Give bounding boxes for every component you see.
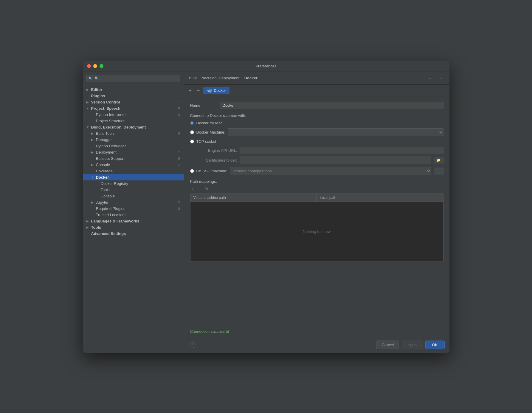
cancel-button[interactable]: Cancel <box>376 341 399 349</box>
form-area: Name: Connect to Docker daemon with: Doc… <box>184 97 449 326</box>
sidebar-item-editor[interactable]: ▶ Editor <box>83 86 184 93</box>
sidebar-label-vc: Version Control <box>91 100 120 104</box>
nav-forward-button[interactable]: → <box>436 75 445 81</box>
sidebar-label-project-structure: Project Structure <box>96 119 125 123</box>
apply-button[interactable]: Apply <box>402 341 423 349</box>
ok-button[interactable]: OK <box>425 341 445 349</box>
engine-api-label: Engine API URL: <box>198 148 237 153</box>
docker-entry-docker[interactable]: 🐳 Docker <box>203 87 229 94</box>
panel-navigation: ← → <box>426 75 445 81</box>
sidebar-item-trusted-locations[interactable]: Trusted Locations <box>83 212 184 218</box>
radio-tcp-socket[interactable] <box>190 140 194 143</box>
sync-icon-deploy: ☰ <box>178 151 180 154</box>
sidebar-item-languages[interactable]: ▶ Languages & Frameworks <box>83 218 184 224</box>
sidebar-label-project: Project: Speech <box>91 106 120 111</box>
sync-icon-rp: ☰ <box>178 207 180 210</box>
remove-docker-button[interactable]: − <box>195 87 201 94</box>
tree-arrow-project: ▼ <box>86 107 90 110</box>
docker-entry-icon: 🐳 <box>207 88 212 93</box>
sidebar-label-console: Console <box>96 163 110 167</box>
maximize-button[interactable] <box>100 64 103 68</box>
close-button[interactable] <box>87 64 91 68</box>
sidebar-search-container: 🔍 <box>83 72 184 85</box>
sidebar-label-buildout: Buildout Support <box>96 156 125 161</box>
cert-folder-browse-button[interactable]: 📁 <box>434 157 443 163</box>
sidebar-item-tools-top[interactable]: ▶ Tools <box>83 224 184 231</box>
panel-header: Build, Execution, Deployment › Docker ← … <box>184 72 449 85</box>
tree-arrow-editor: ▶ <box>86 88 90 91</box>
radio-label-docker-mac[interactable]: Docker for Mac <box>196 121 223 125</box>
breadcrumb: Build, Execution, Deployment › Docker <box>189 76 258 80</box>
sidebar-label-tools-top: Tools <box>91 225 101 230</box>
path-mappings-title: Path mappings: <box>190 179 443 184</box>
docker-entries-list: 🐳 Docker <box>203 87 446 94</box>
radio-label-docker-machine[interactable]: Docker Machine: <box>196 130 226 134</box>
path-add-button[interactable]: + <box>190 186 196 192</box>
sidebar-item-debugger[interactable]: ▶ Debugger <box>83 137 184 143</box>
sidebar-item-docker-registry[interactable]: Docker Registry <box>83 180 184 187</box>
cert-folder-input[interactable] <box>240 157 431 164</box>
connection-status: Connection successful <box>184 326 449 337</box>
radio-ssh-machine[interactable] <box>190 169 194 173</box>
sidebar-item-required-plugins[interactable]: Required Plugins ☰ <box>83 205 184 212</box>
name-label: Name: <box>190 103 220 108</box>
sidebar-item-docker-tools[interactable]: Tools <box>83 187 184 193</box>
sync-icon-console: ☰ <box>178 163 180 166</box>
engine-api-input[interactable] <box>240 147 443 154</box>
preferences-window: Preferences 🔍 ▶ Editor Plugins <box>83 61 449 353</box>
docker-machine-control <box>228 128 443 136</box>
sidebar-item-plugins[interactable]: Plugins ☰ <box>83 93 184 99</box>
right-panel: Build, Execution, Deployment › Docker ← … <box>184 72 449 353</box>
sidebar-item-python-debugger[interactable]: Python Debugger ☰ <box>83 143 184 149</box>
minimize-button[interactable] <box>93 64 97 68</box>
sidebar-item-build-tools[interactable]: ▶ Build Tools ☰ <box>83 130 184 137</box>
sidebar-label-python-interpreter: Python Interpreter <box>96 112 127 117</box>
sidebar-item-console[interactable]: ▶ Console ☰ <box>83 162 184 168</box>
tree-arrow-debugger: ▶ <box>91 138 95 141</box>
radio-item-docker-mac: Docker for Mac <box>190 121 443 125</box>
cert-folder-label: Certificates folder: <box>198 158 237 163</box>
sidebar-label-editor: Editor <box>91 87 103 92</box>
path-edit-button[interactable]: ✎ <box>204 186 210 192</box>
add-docker-button[interactable]: + <box>187 87 193 94</box>
sidebar: 🔍 ▶ Editor Plugins ☰ ▶ <box>83 72 184 353</box>
sync-icon-coverage: ☰ <box>178 169 180 173</box>
sidebar-item-build-exec-deploy[interactable]: ▼ Build, Execution, Deployment <box>83 124 184 130</box>
path-remove-button[interactable]: − <box>197 186 202 192</box>
sidebar-item-coverage[interactable]: Coverage ☰ <box>83 168 184 174</box>
titlebar: Preferences <box>83 61 449 72</box>
sidebar-label-docker-registry: Docker Registry <box>101 181 128 186</box>
sidebar-item-project-structure[interactable]: Project Structure ☰ <box>83 118 184 124</box>
sidebar-label-advanced: Advanced Settings <box>91 231 126 236</box>
name-row: Name: <box>190 102 443 109</box>
sidebar-label-trusted-locations: Trusted Locations <box>96 213 127 217</box>
sidebar-label-required-plugins: Required Plugins <box>96 206 125 211</box>
sidebar-item-docker[interactable]: ▼ Docker <box>83 174 184 180</box>
sidebar-item-jupyter[interactable]: ▶ Jupyter ☰ <box>83 199 184 205</box>
sidebar-item-deployment[interactable]: ▶ Deployment ☰ <box>83 149 184 155</box>
sidebar-label-python-debugger: Python Debugger <box>96 144 126 148</box>
sidebar-item-buildout[interactable]: Buildout Support ☰ <box>83 155 184 162</box>
sidebar-item-project-speech[interactable]: ▼ Project: Speech ☰ <box>83 105 184 112</box>
sidebar-search-input[interactable] <box>86 75 180 82</box>
sidebar-item-version-control[interactable]: ▶ Version Control ☰ <box>83 99 184 105</box>
nav-back-button[interactable]: ← <box>426 75 435 81</box>
sidebar-tree: ▶ Editor Plugins ☰ ▶ Version Control ☰ <box>83 85 184 353</box>
radio-docker-mac[interactable] <box>190 121 194 125</box>
ssh-machine-select[interactable]: <create configuration> <box>230 167 431 175</box>
radio-label-tcp[interactable]: TCP socket <box>196 139 216 144</box>
sidebar-item-advanced-settings[interactable]: Advanced Settings <box>83 231 184 237</box>
sync-icon-pd: ☰ <box>178 144 180 148</box>
name-input[interactable] <box>220 102 443 109</box>
sidebar-label-docker-tools: Tools <box>101 188 110 192</box>
sidebar-item-docker-console[interactable]: Console <box>83 193 184 199</box>
radio-docker-machine[interactable] <box>190 130 194 134</box>
ssh-ellipsis-button[interactable]: ... <box>434 168 443 174</box>
sidebar-label-coverage: Coverage <box>96 169 113 173</box>
sidebar-label-bed: Build, Execution, Deployment <box>91 125 146 129</box>
radio-label-ssh[interactable]: On SSH machine: <box>196 169 227 173</box>
sidebar-item-python-interpreter[interactable]: Python Interpreter ☰ <box>83 112 184 118</box>
help-button[interactable]: ? <box>189 341 196 348</box>
tree-arrow-deploy: ▶ <box>91 151 95 154</box>
docker-machine-select[interactable] <box>228 128 443 136</box>
